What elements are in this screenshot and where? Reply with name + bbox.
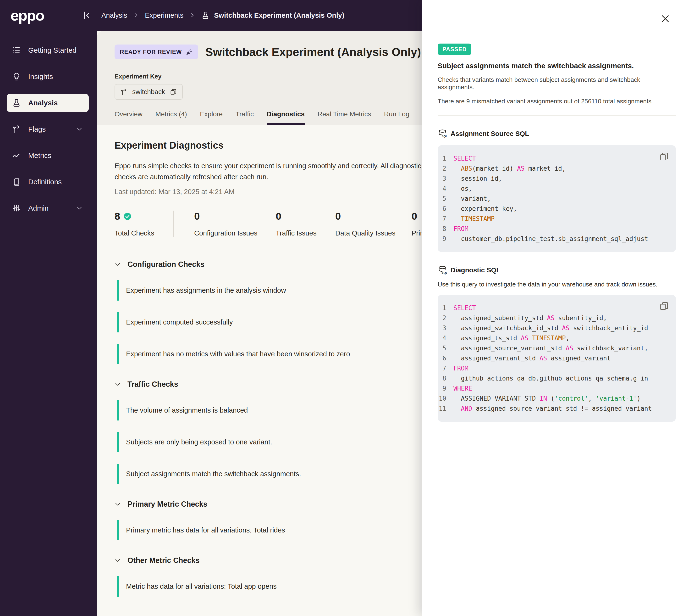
database-sql-icon: SQL (438, 265, 447, 275)
check-circle-icon (123, 212, 132, 220)
flask-icon (12, 98, 21, 107)
switchback-icon (120, 88, 128, 95)
check-detail-panel: PASSED Subject assignments match the swi… (422, 0, 683, 616)
copy-icon[interactable] (659, 301, 669, 311)
copy-icon[interactable] (170, 88, 177, 95)
diagnostic-sql-code: 1SELECT2 assigned_subentity_std AS suben… (438, 295, 676, 422)
mismatch-summary: There are 9 mismatched variant assignmen… (438, 97, 676, 105)
close-icon[interactable] (660, 14, 670, 24)
sidebar-item-metrics[interactable]: Metrics (7, 147, 89, 164)
sidebar-item-flags[interactable]: Flags (7, 120, 89, 138)
sliders-icon (12, 204, 21, 213)
sidebar-item-insights[interactable]: Insights (7, 67, 89, 86)
experiment-key-value: switchback (132, 88, 165, 96)
chevron-down-icon (115, 557, 121, 564)
svg-text:SQL: SQL (441, 135, 447, 138)
tab-overview[interactable]: Overview (115, 110, 142, 125)
eppo-logo: eppo (10, 7, 70, 24)
chevron-down-icon (76, 126, 83, 133)
svg-text:SQL: SQL (441, 271, 447, 274)
copy-icon[interactable] (659, 152, 669, 161)
sidebar-item-admin[interactable]: Admin (7, 199, 89, 217)
split-arrow-icon (12, 125, 21, 134)
chevron-right-icon (190, 13, 195, 18)
tab-explore[interactable]: Explore (200, 110, 223, 125)
status-badge: READY FOR REVIEW (115, 45, 198, 59)
experiment-key-chip[interactable]: switchback (115, 84, 183, 100)
panel-divider (438, 115, 676, 116)
database-sql-icon: SQL (438, 129, 447, 138)
chevron-down-icon (76, 205, 83, 212)
panel-title: Subject assignments match the switchback… (438, 62, 676, 70)
passed-badge: PASSED (438, 44, 471, 55)
diagnostic-sql-header: SQL Diagnostic SQL (438, 265, 676, 275)
list-icon (12, 46, 21, 55)
sidebar-item-getting-started[interactable]: Getting Started (7, 41, 89, 59)
stat-configuration-issues: 0 Configuration Issues (194, 211, 276, 237)
tab-metrics[interactable]: Metrics (4) (156, 110, 187, 125)
tab-run-log[interactable]: Run Log (384, 110, 409, 125)
breadcrumb-current[interactable]: Switchback Experiment (Analysis Only) (201, 11, 344, 20)
tab-real-time-metrics[interactable]: Real Time Metrics (318, 110, 371, 125)
stat-traffic-issues: 0 Traffic Issues (276, 211, 335, 237)
breadcrumb: Analysis Experiments Switchback Experime… (101, 11, 344, 20)
chevron-down-icon (115, 261, 121, 268)
sidebar-collapse-icon[interactable] (81, 10, 92, 21)
diagnostic-sql-description: Use this query to investigate the data i… (438, 281, 676, 288)
assignment-source-sql-code: 1SELECT2 ABS(market_id) AS market_id,3 s… (438, 145, 676, 252)
confetti-icon (186, 48, 193, 56)
chevron-right-icon (133, 13, 139, 18)
breadcrumb-experiments[interactable]: Experiments (145, 12, 183, 19)
sidebar: Getting Started Insights Analysis Flags … (0, 31, 97, 616)
panel-description: Checks that variants match between subje… (438, 76, 676, 91)
diagnostics-description: Eppo runs simple checks to ensure your e… (115, 160, 433, 182)
breadcrumb-analysis[interactable]: Analysis (101, 12, 127, 19)
stats-divider (173, 211, 174, 237)
stat-data-quality-issues: 0 Data Quality Issues (335, 211, 412, 237)
tab-diagnostics[interactable]: Diagnostics (267, 110, 305, 125)
chart-line-icon (12, 151, 21, 160)
lightbulb-icon (12, 72, 21, 81)
flask-icon (201, 11, 210, 20)
assignment-source-sql-header: SQL Assignment Source SQL (438, 129, 676, 138)
tab-traffic[interactable]: Traffic (235, 110, 254, 125)
sidebar-item-analysis[interactable]: Analysis (7, 94, 89, 112)
chevron-down-icon (115, 381, 121, 388)
sidebar-item-definitions[interactable]: Definitions (7, 173, 89, 191)
chevron-down-icon (115, 501, 121, 507)
stat-total-checks: 8 Total Checks (115, 211, 173, 237)
book-icon (12, 177, 21, 186)
page-title: Switchback Experiment (Analysis Only) (205, 45, 421, 59)
